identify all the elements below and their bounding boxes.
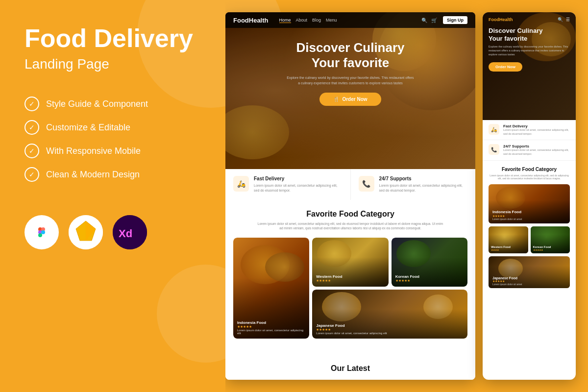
- hero-title: Discover Culinary Your favorite: [240, 40, 461, 71]
- feature-item-1: ✓ Style Guide & Component: [24, 97, 201, 111]
- xd-icon: Xd: [113, 215, 147, 249]
- mobile-delivery-icon: 🛵: [489, 124, 499, 135]
- desktop-nav: FoodHealth Home About Blog Menu 🔍 🛒 Sign…: [225, 12, 475, 28]
- mobile-food-indonesia: Indonesia Food ★★★★★ Lorem ipsum dolor s…: [489, 184, 570, 223]
- support-icon: 📞: [359, 176, 374, 192]
- korean-food-stars: ★★★★★: [395, 279, 419, 283]
- signup-button[interactable]: Sign Up: [443, 16, 467, 24]
- check-icon-3: ✓: [24, 144, 39, 158]
- mobile-nav: FoodHealth 🔍 ☰: [489, 17, 570, 22]
- svg-text:Xd: Xd: [119, 227, 132, 240]
- figma-icon: [24, 215, 59, 249]
- fast-delivery-desc: Lorem ipsum dolor sit amet, consectetur …: [254, 183, 343, 193]
- mobile-korean-name: Korean Food: [533, 245, 551, 248]
- category-title: Favorite Food Category: [233, 210, 467, 219]
- mobile-feature-support: 📞 24/7 Supports Lorem ipsum dolor sit am…: [483, 140, 576, 160]
- food-card-japanese: Japanese Food ★★★★★ Lorem ipsum dolor si…: [312, 290, 467, 339]
- mobile-hero-title: Discover Culinary Your favorite: [489, 27, 570, 42]
- food-grid: Indonesia Food ★★★★★ Lorem ipsum dolor s…: [233, 238, 467, 339]
- hero-content: Discover Culinary Your favorite Explore …: [225, 28, 475, 116]
- mobile-delivery-title: Fast Delivery: [503, 124, 570, 128]
- japanese-food-name: Japanese Food: [316, 323, 387, 328]
- nav-icons: 🔍 🛒: [421, 18, 437, 23]
- svg-point-3: [38, 233, 42, 237]
- svg-point-5: [41, 230, 45, 234]
- our-latest-title: Our Latest: [232, 364, 468, 373]
- tool-icons: Xd: [24, 215, 201, 249]
- mobile-category-section: Favorite Food Category Lorem ipsum dolor…: [483, 161, 576, 296]
- mobile-korean-stars: ★★★★★: [533, 248, 551, 251]
- feature-item-3: ✓ With Responsive Mobile: [24, 144, 201, 158]
- search-icon[interactable]: 🔍: [421, 18, 427, 23]
- feature-card-support: 📞 24/7 Supports Lorem ipsum dolor sit am…: [351, 169, 476, 200]
- feature-cards: 🛵 Fast Delivery Lorem ipsum dolor sit am…: [225, 169, 475, 200]
- western-food-stars: ★★★★★: [316, 279, 342, 283]
- food-card-western: Western Food ★★★★★: [312, 238, 388, 287]
- right-section: FoodHealth Home About Blog Menu 🔍 🛒 Sign…: [225, 0, 588, 392]
- korean-food-name: Korean Food: [395, 274, 419, 279]
- mobile-nav-icons: 🔍 ☰: [558, 17, 570, 22]
- mobile-food-western: Western Food ★★★★: [489, 226, 528, 253]
- mobile-support-icon: 📞: [489, 144, 499, 155]
- support-title: 24/7 Supports: [379, 176, 468, 181]
- nav-blog[interactable]: Blog: [312, 18, 321, 23]
- fork-icon: 🍴: [333, 97, 339, 102]
- mobile-food-japanese: Japanese Food ★★★★★ Lorem ipsum dolor si…: [489, 256, 570, 288]
- mobile-food-grid: Western Food ★★★★ Korean Food ★★★★★: [489, 226, 570, 253]
- mobile-category-desc: Lorem ipsum dolor sit amet, consectetur …: [489, 174, 570, 180]
- check-icon-4: ✓: [24, 167, 39, 182]
- nav-home[interactable]: Home: [279, 18, 291, 23]
- check-icon-2: ✓: [24, 120, 39, 135]
- indonesia-food-stars: ★★★★★: [237, 325, 305, 329]
- mobile-support-title: 24/7 Supports: [503, 144, 570, 148]
- food-category-section: Favorite Food Category Lorem ipsum dolor…: [225, 200, 475, 357]
- mobile-search-icon[interactable]: 🔍: [558, 17, 563, 22]
- feature-item-4: ✓ Clean & Modern Design: [24, 167, 201, 182]
- mobile-feature-delivery: 🛵 Fast Delivery Lorem ipsum dolor sit am…: [483, 120, 576, 140]
- nav-links: Home About Blog Menu: [279, 18, 337, 23]
- support-desc: Lorem ipsum dolor sit amet, consectetur …: [379, 183, 468, 193]
- mobile-western-name: Western Food: [491, 245, 511, 248]
- nav-menu[interactable]: Menu: [326, 18, 337, 23]
- cart-icon[interactable]: 🛒: [431, 18, 437, 23]
- feature-card-delivery: 🛵 Fast Delivery Lorem ipsum dolor sit am…: [225, 169, 351, 200]
- indonesia-food-name: Indonesia Food: [237, 320, 305, 325]
- features-list: ✓ Style Guide & Component ✓ Customize & …: [24, 97, 201, 191]
- feature-item-2: ✓ Customize & Editable: [24, 120, 201, 135]
- mobile-hero: FoodHealth 🔍 ☰ Discover Culinary Your fa…: [483, 12, 576, 120]
- fast-delivery-title: Fast Delivery: [254, 176, 343, 181]
- mobile-hero-desc: Explore the culinary world by discoverin…: [489, 45, 570, 56]
- nav-logo: FoodHealth: [233, 17, 269, 24]
- hero-section: FoodHealth Home About Blog Menu 🔍 🛒 Sign…: [225, 12, 475, 169]
- mobile-order-button[interactable]: Order Now: [489, 62, 522, 72]
- delivery-icon: 🛵: [233, 176, 249, 192]
- order-now-button[interactable]: 🍴 Order Now: [319, 93, 381, 106]
- mobile-delivery-desc: Lorem ipsum dolor sit amet, consectetur …: [503, 128, 570, 136]
- mobile-japanese-name: Japanese Food: [492, 276, 522, 280]
- check-icon-1: ✓: [24, 97, 39, 111]
- mobile-indonesia-name: Indonesia Food: [492, 210, 522, 214]
- nav-about[interactable]: About: [296, 18, 308, 23]
- mobile-preview: FoodHealth 🔍 ☰ Discover Culinary Your fa…: [483, 12, 576, 380]
- hero-desc: Explore the culinary world by discoverin…: [287, 75, 414, 86]
- japanese-food-stars: ★★★★★: [316, 328, 387, 332]
- desktop-preview: FoodHealth Home About Blog Menu 🔍 🛒 Sign…: [225, 12, 475, 380]
- mobile-category-title: Favorite Food Category: [489, 167, 570, 172]
- mobile-western-stars: ★★★★: [491, 248, 511, 251]
- category-desc: Lorem ipsum dolor sit amet, consectetur …: [257, 221, 443, 231]
- left-panel: Food Delivery Landing Page ✓ Style Guide…: [0, 0, 225, 392]
- mobile-menu-icon[interactable]: ☰: [566, 17, 570, 22]
- food-card-indonesia: Indonesia Food ★★★★★ Lorem ipsum dolor s…: [233, 238, 309, 339]
- mobile-indonesia-stars: ★★★★★: [492, 214, 522, 218]
- food-card-korean: Korean Food ★★★★★: [392, 238, 467, 287]
- western-food-name: Western Food: [316, 274, 342, 279]
- our-latest-section: Our Latest: [225, 357, 475, 380]
- mobile-support-desc: Lorem ipsum dolor sit amet, consectetur …: [503, 148, 570, 156]
- mobile-food-korean: Korean Food ★★★★★: [531, 226, 570, 253]
- sketch-icon: [69, 215, 103, 249]
- mobile-logo: FoodHealth: [489, 17, 513, 22]
